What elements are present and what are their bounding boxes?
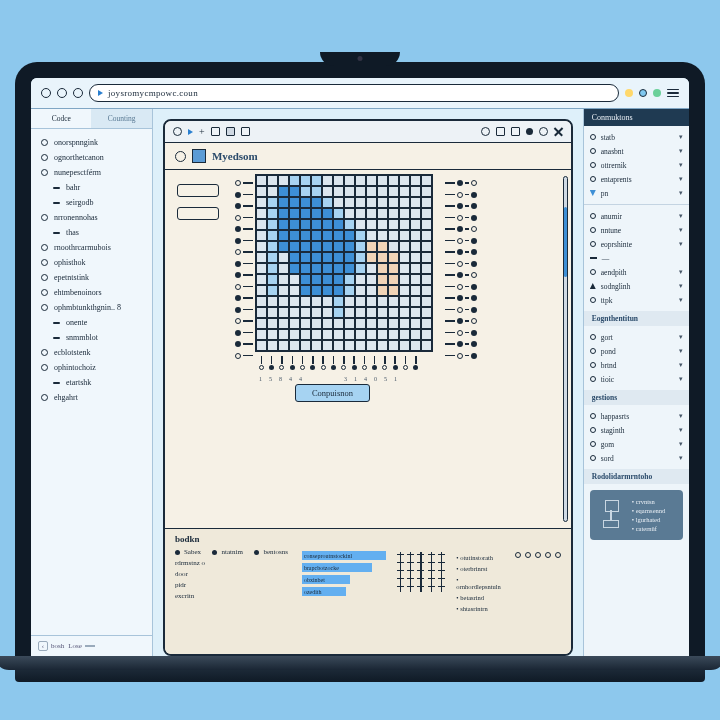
- left-footer: ‹bosh Lose: [31, 635, 152, 656]
- tool-icon[interactable]: [241, 127, 250, 136]
- list-item[interactable]: ophisthok: [41, 255, 144, 270]
- list-item[interactable]: bahr: [41, 180, 144, 195]
- prop-item[interactable]: anumir▾: [590, 209, 683, 223]
- list-item[interactable]: nunepesctférm: [41, 165, 144, 180]
- prop-item[interactable]: gom▾: [590, 437, 683, 451]
- canvas-title: Myedsom: [212, 150, 258, 162]
- list-item[interactable]: epetntstink: [41, 270, 144, 285]
- prop-item[interactable]: gort▾: [590, 330, 683, 344]
- prop-item[interactable]: eoprshinte▾: [590, 237, 683, 251]
- section-header: Eognthentitun: [584, 311, 689, 326]
- browser-chrome: joysromycmpowc.coun: [31, 78, 689, 109]
- axis-labels: 15844314051: [259, 376, 397, 382]
- info-card: crvntsn eqarnsennd lgurhated caternüf: [590, 490, 683, 540]
- list-item[interactable]: nrronennohas: [41, 210, 144, 225]
- prop-item[interactable]: anasbnt▾: [590, 144, 683, 158]
- prop-item[interactable]: ottrernik▾: [590, 158, 683, 172]
- section-header: Rodolidarmrntoho: [584, 469, 689, 484]
- prop-item[interactable]: ttpk▾: [590, 293, 683, 307]
- tool-icon[interactable]: [226, 127, 235, 136]
- list-item[interactable]: ehgahrt: [41, 390, 144, 405]
- list-item[interactable]: ophmbtunkthgnin.. 8: [41, 300, 144, 315]
- list-item[interactable]: ognorthetcanon: [41, 150, 144, 165]
- laptop-base: [15, 656, 705, 682]
- list-item[interactable]: rnoothrcarmubois: [41, 240, 144, 255]
- play-icon[interactable]: [188, 129, 193, 135]
- chevron-left-icon[interactable]: ‹: [38, 641, 48, 651]
- scrollbar[interactable]: [563, 176, 568, 522]
- tool-icon[interactable]: [173, 127, 182, 136]
- traffic-dot[interactable]: [73, 88, 83, 98]
- ext-dot-icon[interactable]: [639, 89, 647, 97]
- list-item[interactable]: etartshk: [41, 375, 144, 390]
- compile-button[interactable]: Conpuisnon: [295, 384, 370, 402]
- logo-icon: [192, 149, 206, 163]
- prop-item[interactable]: nntune▾: [590, 223, 683, 237]
- prop-item[interactable]: staginth▾: [590, 423, 683, 437]
- prop-item[interactable]: statb▾: [590, 130, 683, 144]
- dot-icon[interactable]: [526, 128, 533, 135]
- tool-icon[interactable]: [511, 127, 520, 136]
- waveform: [400, 548, 442, 592]
- prop-item[interactable]: —: [590, 251, 683, 265]
- list-item[interactable]: ecblotstenk: [41, 345, 144, 360]
- list-item[interactable]: onente: [41, 315, 144, 330]
- prop-item[interactable]: sodnglinh▾: [590, 279, 683, 293]
- list-item[interactable]: snmmblot: [41, 330, 144, 345]
- prop-item[interactable]: pn▾: [590, 186, 683, 200]
- tab-code[interactable]: Codce: [31, 109, 91, 128]
- tool-icon[interactable]: [496, 127, 505, 136]
- list-item[interactable]: seirgodb: [41, 195, 144, 210]
- right-sidebar: Conmuktons statb▾ anasbnt▾ ottrernik▾ en…: [583, 109, 689, 656]
- ext-dot-icon[interactable]: [653, 89, 661, 97]
- diagram-icon: [598, 500, 624, 530]
- prop-item[interactable]: entaprents▾: [590, 172, 683, 186]
- laptop-notch: [320, 52, 400, 66]
- list-item[interactable]: onorspnngink: [41, 135, 144, 150]
- prop-item[interactable]: pond▾: [590, 344, 683, 358]
- prop-item[interactable]: brtnd▾: [590, 358, 683, 372]
- canvas-window: +: [163, 119, 573, 656]
- prop-item[interactable]: happasrts▾: [590, 409, 683, 423]
- traffic-dot[interactable]: [41, 88, 51, 98]
- list-item[interactable]: thas: [41, 225, 144, 240]
- address-bar[interactable]: joysromycmpowc.coun: [89, 84, 619, 102]
- prop-item[interactable]: tioic▾: [590, 372, 683, 386]
- left-sidebar: Codce Counting onorspnngink ognorthetcan…: [31, 109, 153, 656]
- right-header: Conmuktons: [584, 109, 689, 126]
- status-dots: [515, 548, 561, 558]
- menu-icon[interactable]: [667, 89, 679, 98]
- tab-counting[interactable]: Counting: [91, 109, 151, 128]
- plus-icon[interactable]: +: [199, 126, 205, 137]
- bottom-panel: bodkn Sabex ntatnim bentosns rdrmstnz o …: [165, 528, 571, 654]
- url-text: joysromycmpowc.coun: [108, 88, 198, 98]
- play-icon: [98, 90, 103, 96]
- tree-list: onorspnngink ognorthetcanon nunepesctfér…: [31, 129, 152, 635]
- tool-icon[interactable]: [539, 127, 548, 136]
- chip-grid[interactable]: [255, 174, 433, 352]
- notes-list: otutinstorath oterbrinrst ornhordlepsntu…: [456, 554, 500, 612]
- gear-icon[interactable]: [175, 151, 186, 162]
- canvas-toolbar: +: [165, 121, 571, 143]
- prop-item[interactable]: sord▾: [590, 451, 683, 465]
- tool-icon[interactable]: [481, 127, 490, 136]
- chip-canvas[interactable]: 15844314051 Conpuisnon: [165, 170, 571, 528]
- list-item[interactable]: ophintochoiz: [41, 360, 144, 375]
- list-item[interactable]: ehtmbenoinors: [41, 285, 144, 300]
- ext-dot-icon[interactable]: [625, 89, 633, 97]
- panel-header: bodkn: [175, 534, 561, 544]
- tool-icon[interactable]: [211, 127, 220, 136]
- section-header: gestions: [584, 390, 689, 405]
- block-node[interactable]: [177, 207, 219, 220]
- close-icon[interactable]: [554, 127, 563, 136]
- block-node[interactable]: [177, 184, 219, 197]
- prop-item[interactable]: aendpith▾: [590, 265, 683, 279]
- traffic-dot[interactable]: [57, 88, 67, 98]
- bar-chart: conseproutnstockinl brapcbotzocke obxinb…: [302, 551, 386, 596]
